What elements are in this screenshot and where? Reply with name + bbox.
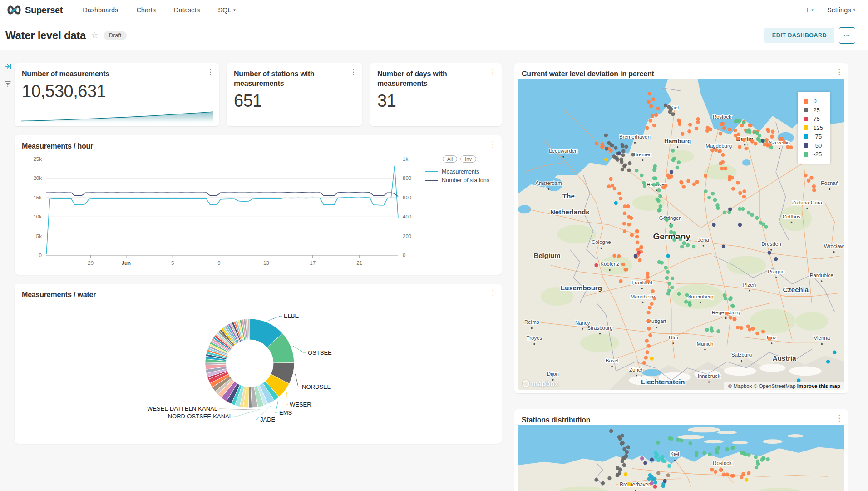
svg-text:Plzeň: Plzeň xyxy=(743,282,756,288)
legend-swatch xyxy=(804,143,808,148)
legend-all-button[interactable]: All xyxy=(443,155,457,163)
big-number-card-stations: Number of stations with measurements ⋮ 6… xyxy=(227,63,362,126)
svg-text:Austria: Austria xyxy=(773,354,796,362)
new-item-button[interactable]: + ▾ xyxy=(805,5,814,15)
edit-dashboard-button[interactable]: EDIT DASHBOARD xyxy=(764,28,834,43)
legend-inv-button[interactable]: Inv xyxy=(460,155,476,163)
svg-text:800: 800 xyxy=(403,176,411,181)
svg-text:Bremerhaven: Bremerhaven xyxy=(620,481,651,487)
map-legend-item[interactable]: 0 xyxy=(804,97,823,106)
more-options-icon[interactable]: ⋮ xyxy=(350,69,357,75)
legend-swatch xyxy=(804,152,808,157)
map-attribution: © Mapbox © OpenStreetMap Improve this ma… xyxy=(724,382,844,390)
svg-text:13: 13 xyxy=(263,260,269,266)
map-legend-item[interactable]: 75 xyxy=(804,114,823,124)
svg-text:Czechia: Czechia xyxy=(783,286,809,293)
big-number-value: 651 xyxy=(227,88,362,111)
main-menu: Dashboards Charts Datasets SQL ▾ xyxy=(83,6,236,14)
legend-label: 25 xyxy=(813,107,819,114)
svg-text:Bremen: Bremen xyxy=(634,152,652,157)
map-legend-item[interactable]: 125 xyxy=(804,123,823,132)
big-number-card-measurements: Number of measurements ⋮ 10,530,631 xyxy=(15,63,219,126)
settings-menu[interactable]: Settings ▾ xyxy=(827,6,855,14)
more-options-icon[interactable]: ⋮ xyxy=(207,69,214,75)
nav-sql[interactable]: SQL ▾ xyxy=(218,6,236,14)
water-donut-chart[interactable]: ELBEOSTSEENORDSEEWESEREMSJADENORD-OSTSEE… xyxy=(15,300,487,436)
svg-text:Dresden: Dresden xyxy=(761,241,781,247)
deviation-map[interactable]: LeeuwardenAmsterdamTheNetherlandsBelgium… xyxy=(518,79,844,390)
expand-filter-bar-icon[interactable] xyxy=(4,63,12,72)
svg-text:0: 0 xyxy=(403,253,405,258)
map-legend: 02575125-75-50-25 xyxy=(798,92,830,164)
brand-name: Superset xyxy=(25,5,63,15)
legend-item-measurements[interactable]: Measurements xyxy=(425,167,494,176)
favorite-star-icon[interactable]: ☆ xyxy=(91,30,99,40)
svg-text:0: 0 xyxy=(39,253,42,258)
nav-charts[interactable]: Charts xyxy=(136,6,156,14)
chart-title: Measurements / water xyxy=(22,290,96,299)
svg-text:Frankfurt: Frankfurt xyxy=(631,280,653,285)
map-legend-item[interactable]: 25 xyxy=(804,105,823,114)
stations-map-canvas[interactable]: KielRostockBremerhaven xyxy=(518,425,844,491)
status-badge: Draft xyxy=(104,31,127,40)
hourly-line-chart: 05k10k15k20k25k02004006008001k29Jun59131… xyxy=(20,153,424,274)
svg-text:29: 29 xyxy=(88,260,94,266)
legend-label: Number of stations xyxy=(442,177,489,184)
svg-text:Munich: Munich xyxy=(696,341,713,347)
svg-text:Netherlands: Netherlands xyxy=(550,208,590,216)
superset-logo[interactable]: Superset xyxy=(6,5,63,15)
mapbox-icon xyxy=(523,380,529,387)
svg-text:Rostock: Rostock xyxy=(713,460,732,466)
filter-rail xyxy=(2,63,14,89)
svg-text:9: 9 xyxy=(217,260,220,266)
map-legend-item[interactable]: -75 xyxy=(804,132,823,141)
stations-map[interactable]: KielRostockBremerhaven xyxy=(518,425,844,491)
improve-map-link[interactable]: Improve this map xyxy=(797,383,840,389)
svg-text:5: 5 xyxy=(171,260,174,266)
legend-swatch xyxy=(804,108,808,112)
more-options-icon[interactable]: ⋮ xyxy=(489,141,496,148)
svg-text:Salzburg: Salzburg xyxy=(731,352,752,357)
svg-text:Troyes: Troyes xyxy=(527,335,542,341)
chart-title: Measurements / hour xyxy=(22,141,93,151)
svg-text:Wrocław: Wrocław xyxy=(824,243,844,249)
superset-logo-icon xyxy=(6,5,22,15)
deviation-map-canvas[interactable]: LeeuwardenAmsterdamTheNetherlandsBelgium… xyxy=(518,79,844,390)
svg-text:Magdeburg: Magdeburg xyxy=(705,143,732,149)
svg-text:Poznań: Poznań xyxy=(821,180,838,186)
svg-text:Koblenz: Koblenz xyxy=(600,261,619,267)
legend-swatch xyxy=(804,134,808,139)
legend-item-number-of-stations[interactable]: Number of stations xyxy=(425,176,494,184)
more-options-icon[interactable]: ⋮ xyxy=(835,415,843,422)
svg-text:Zielona Góra: Zielona Góra xyxy=(792,200,823,205)
svg-text:Reims: Reims xyxy=(524,319,539,325)
chart-title: Number of stations with measurements xyxy=(234,69,333,88)
legend-label: 0 xyxy=(813,98,816,104)
mapbox-logo[interactable]: mapbox xyxy=(523,380,558,387)
svg-text:Luxembourg: Luxembourg xyxy=(561,284,602,292)
legend-label: -25 xyxy=(813,151,822,158)
attribution-text: © Mapbox © OpenStreetMap xyxy=(728,383,796,389)
chart-card-water-level-deviation: Current water level deviation in percent… xyxy=(514,63,848,393)
svg-text:Göttingen: Göttingen xyxy=(659,215,682,221)
svg-text:Belgium: Belgium xyxy=(533,252,560,259)
mapbox-wordmark: mapbox xyxy=(532,380,558,387)
svg-text:Cottbus: Cottbus xyxy=(783,214,801,219)
more-options-icon[interactable]: ⋮ xyxy=(489,290,496,296)
svg-text:200: 200 xyxy=(403,233,411,239)
map-legend-item[interactable]: -25 xyxy=(804,150,823,159)
legend-label: 75 xyxy=(813,115,819,122)
svg-text:Rostock: Rostock xyxy=(713,114,732,119)
nav-datasets[interactable]: Datasets xyxy=(174,6,200,14)
dashboard-more-button[interactable]: ••• xyxy=(839,27,855,44)
svg-text:17: 17 xyxy=(310,260,316,266)
nav-dashboards[interactable]: Dashboards xyxy=(83,6,118,14)
more-options-icon[interactable]: ⋮ xyxy=(835,69,843,75)
legend-line-swatch xyxy=(425,180,438,181)
chart-card-stations-distribution: Stations distribution ⋮ KielRostockBreme… xyxy=(514,409,848,491)
more-options-icon[interactable]: ⋮ xyxy=(489,69,496,75)
map-legend-item[interactable]: -50 xyxy=(804,141,823,150)
svg-text:JADE: JADE xyxy=(260,416,276,423)
legend-label: 125 xyxy=(813,124,823,131)
svg-text:Prague: Prague xyxy=(768,269,784,274)
